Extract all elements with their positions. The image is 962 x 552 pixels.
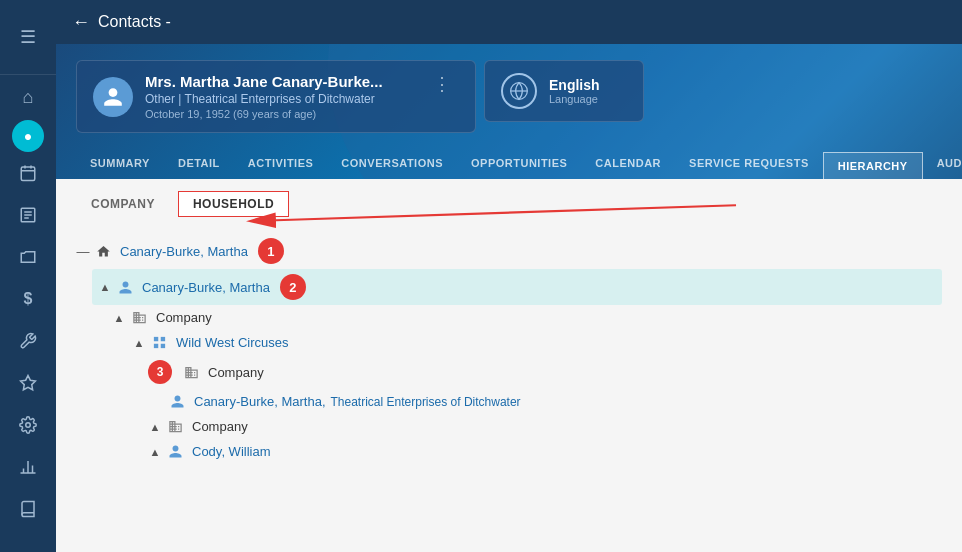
header-bar: ← Contacts -	[56, 0, 962, 44]
chevron-up-icon: ▲	[98, 281, 112, 293]
tree-secondary-text: Theatrical Enterprises of Ditchwater	[331, 395, 521, 409]
contact-name: Mrs. Martha Jane Canary-Burke...	[145, 73, 425, 90]
contact-details: Mrs. Martha Jane Canary-Burke... Other |…	[145, 73, 425, 120]
language-card: English Language	[484, 60, 644, 122]
tab-service-requests[interactable]: SERVICE REQUESTS	[675, 149, 823, 179]
tree-link[interactable]: Cody, William	[192, 444, 271, 459]
contact-info-row: Mrs. Martha Jane Canary-Burke... Other |…	[76, 60, 942, 133]
sub-tab-household[interactable]: HOUSEHOLD	[178, 191, 289, 217]
back-button[interactable]: ←	[72, 12, 90, 33]
contact-card: Mrs. Martha Jane Canary-Burke... Other |…	[76, 60, 476, 133]
tab-summary[interactable]: SUMMARY	[76, 149, 164, 179]
contact-dob: October 19, 1952 (69 years of age)	[145, 108, 425, 120]
more-options-button[interactable]: ⋮	[425, 73, 459, 95]
tree-link[interactable]: Wild West Circuses	[176, 335, 288, 350]
table-row: ▲ Company	[148, 414, 942, 439]
tree-link[interactable]: Canary-Burke, Martha	[120, 244, 248, 259]
tab-activities[interactable]: ACTIVITIES	[234, 149, 328, 179]
svg-rect-17	[160, 337, 164, 341]
language-info: English Language	[549, 77, 600, 105]
hamburger-icon[interactable]: ☰	[0, 14, 56, 60]
tab-conversations[interactable]: CONVERSATIONS	[327, 149, 457, 179]
person-icon	[116, 280, 134, 295]
chevron-up-icon: ▲	[148, 421, 162, 433]
svg-rect-16	[153, 337, 157, 341]
contact-header: Mrs. Martha Jane Canary-Burke... Other |…	[56, 44, 962, 179]
person-icon	[168, 394, 186, 409]
chevron-up-icon: ▲	[132, 337, 146, 349]
nav-tabs: SUMMARY DETAIL ACTIVITIES CONVERSATIONS …	[76, 145, 942, 179]
tab-opportunities[interactable]: OPPORTUNITIES	[457, 149, 581, 179]
chart-icon[interactable]	[0, 446, 56, 488]
table-row: — Canary-Burke, Martha 1	[76, 233, 942, 269]
person-icon	[166, 444, 184, 459]
svg-point-9	[26, 423, 31, 428]
badge-2: 2	[280, 274, 306, 300]
wrench-icon[interactable]	[0, 320, 56, 362]
tab-calendar[interactable]: CALENDAR	[581, 149, 675, 179]
book-icon[interactable]	[0, 488, 56, 530]
calendar-icon[interactable]	[0, 152, 56, 194]
home-icon	[94, 244, 112, 259]
star-icon[interactable]	[0, 362, 56, 404]
hierarchy-tree: — Canary-Burke, Martha 1 ▲ Canary-Burke,…	[56, 225, 962, 472]
table-row: ▲ Canary-Burke, Martha 2	[92, 269, 942, 305]
svg-rect-18	[160, 344, 164, 348]
tab-audit[interactable]: AUDI	[923, 149, 962, 179]
gear-icon[interactable]	[0, 404, 56, 446]
tree-text: Company	[156, 310, 212, 325]
table-row: ▲ Wild West Circuses	[132, 330, 942, 355]
tree-text: Company	[192, 419, 248, 434]
table-row: ▲ Cody, William	[148, 439, 942, 464]
tab-hierarchy[interactable]: HIERARCHY	[823, 152, 923, 179]
globe-icon	[501, 73, 537, 109]
notes-icon[interactable]	[0, 194, 56, 236]
page-title: Contacts -	[98, 13, 171, 31]
home-icon[interactable]: ⌂	[0, 75, 56, 120]
badge-1: 1	[258, 238, 284, 264]
main-content: ← Contacts - Mrs. Martha Jane Canary-Bur…	[56, 0, 962, 552]
tab-detail[interactable]: DETAIL	[164, 149, 234, 179]
contact-icon[interactable]: ●	[12, 120, 44, 152]
content-area: COMPANY HOUSEHOLD — Canary-Burke, Martha…	[56, 179, 962, 552]
svg-marker-8	[21, 376, 36, 390]
contact-role: Other | Theatrical Enterprises of Ditchw…	[145, 92, 425, 106]
overlay-container: COMPANY HOUSEHOLD — Canary-Burke, Martha…	[56, 179, 962, 472]
table-row: 3 Company	[148, 355, 942, 389]
table-row: Canary-Burke, Martha, Theatrical Enterpr…	[168, 389, 942, 414]
chevron-up-icon: ▲	[112, 312, 126, 324]
tree-text: Company	[208, 365, 264, 380]
language-sub: Language	[549, 93, 600, 105]
chevron-up-icon: ▲	[148, 446, 162, 458]
sub-tab-company[interactable]: COMPANY	[76, 191, 170, 217]
tree-link[interactable]: Canary-Burke, Martha	[142, 280, 270, 295]
svg-rect-19	[153, 344, 157, 348]
avatar	[93, 77, 133, 117]
folder-icon[interactable]	[0, 236, 56, 278]
sidebar-top: ☰	[0, 0, 56, 75]
tree-link[interactable]: Canary-Burke, Martha,	[194, 394, 326, 409]
dollar-icon[interactable]: $	[0, 278, 56, 320]
company-icon	[182, 365, 200, 380]
svg-rect-0	[21, 167, 35, 181]
table-row: ▲ Company	[112, 305, 942, 330]
sidebar: ☰ ⌂ ● $	[0, 0, 56, 552]
language-title: English	[549, 77, 600, 93]
company-icon	[130, 310, 148, 325]
badge-3: 3	[148, 360, 172, 384]
company-icon	[166, 419, 184, 434]
sub-tabs: COMPANY HOUSEHOLD	[56, 179, 962, 225]
grid-icon	[150, 335, 168, 350]
dash-icon: —	[76, 244, 90, 259]
